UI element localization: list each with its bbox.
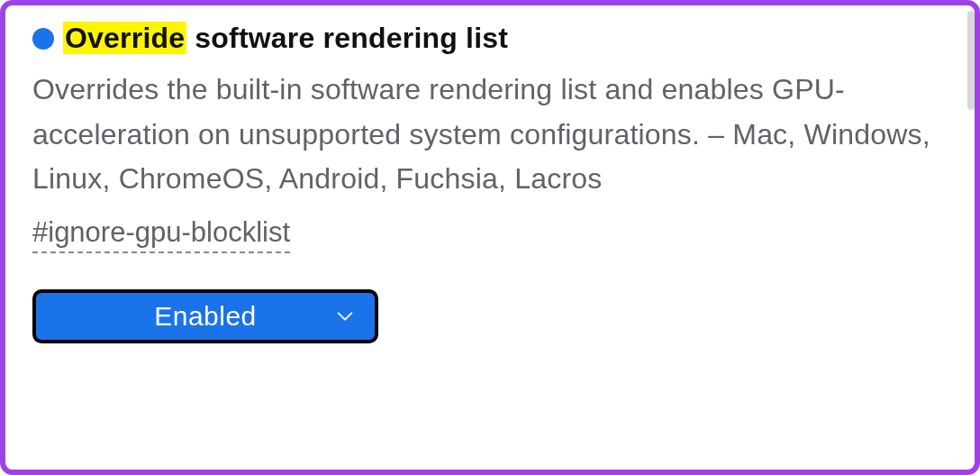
flag-title-rest: software rendering list [186, 22, 508, 54]
flag-state-value: Enabled [154, 301, 257, 332]
chevron-down-icon [335, 306, 355, 326]
flag-title: Override software rendering list [63, 22, 508, 55]
flag-description: Overrides the built-in software renderin… [32, 68, 949, 202]
flag-title-row: Override software rendering list [32, 22, 949, 55]
scrollbar-thumb[interactable] [967, 11, 975, 110]
flag-title-highlight: Override [63, 22, 186, 54]
flag-anchor-link[interactable]: #ignore-gpu-blocklist [32, 216, 290, 253]
status-dot-icon [32, 28, 54, 50]
flag-state-select[interactable]: Enabled [32, 289, 378, 343]
flag-card: Override software rendering list Overrid… [0, 0, 980, 475]
